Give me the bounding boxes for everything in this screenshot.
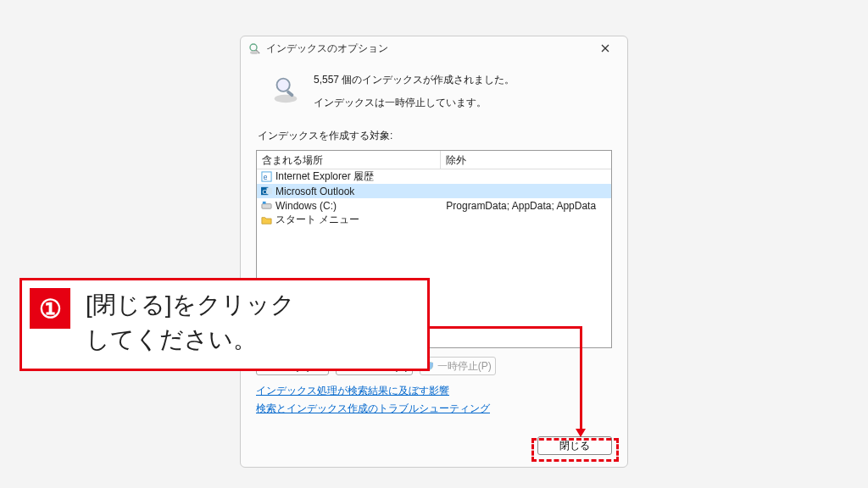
outlook-icon: O — [260, 186, 272, 197]
status-area: 5,557 個のインデックスが作成されました。 インデックスは一時停止しています… — [256, 69, 612, 125]
svg-rect-14 — [262, 202, 265, 204]
indexing-options-dialog: インデックスのオプション 5,557 個のインデックスが作成されました。 インデ… — [240, 36, 628, 468]
row-name: Microsoft Outlook — [275, 186, 354, 197]
titlebar: インデックスのオプション — [241, 36, 627, 61]
row-name: スタート メニュー — [275, 213, 359, 227]
titlebar-close-button[interactable] — [590, 36, 620, 60]
svg-point-6 — [277, 79, 290, 92]
ie-icon: e — [260, 171, 272, 183]
svg-rect-11 — [266, 188, 272, 194]
help-links: インデックス処理が検索結果に及ぼす影響 検索とインデックス作成のトラブルシューテ… — [256, 384, 612, 419]
pause-button: 一時停止(P) — [420, 357, 496, 375]
list-row[interactable]: Windows (C:) ProgramData; AppData; AppDa… — [257, 198, 611, 213]
svg-text:e: e — [263, 173, 267, 181]
column-excluded[interactable]: 除外 — [441, 151, 611, 169]
index-count-text: 5,557 個のインデックスが作成されました。 — [314, 73, 515, 87]
svg-point-0 — [250, 44, 257, 51]
folder-icon — [260, 214, 272, 226]
locations-label: インデックスを作成する対象: — [256, 129, 612, 143]
row-name: Windows (C:) — [275, 200, 337, 212]
dialog-footer: 閉じる — [241, 428, 627, 467]
index-state-text: インデックスは一時停止しています。 — [314, 96, 515, 110]
column-included[interactable]: 含まれる場所 — [257, 151, 441, 169]
svg-point-5 — [275, 95, 298, 103]
dialog-title: インデックスのオプション — [266, 42, 388, 56]
instruction-callout: ① [閉じる]をクリック してください。 — [19, 278, 430, 371]
arrow-segment — [430, 326, 581, 329]
drive-icon — [260, 200, 272, 212]
list-row[interactable]: O Microsoft Outlook — [257, 184, 611, 198]
arrow-segment — [580, 326, 582, 431]
row-excluded: ProgramData; AppData; AppData — [441, 200, 611, 212]
list-row[interactable]: スタート メニュー — [257, 213, 611, 227]
list-header: 含まれる場所 除外 — [257, 151, 611, 169]
list-row[interactable]: e Internet Explorer 履歴 — [257, 169, 611, 184]
row-name: Internet Explorer 履歴 — [275, 169, 374, 184]
indexing-icon — [248, 42, 261, 55]
svg-rect-13 — [261, 204, 270, 209]
link-troubleshoot[interactable]: 検索とインデックス作成のトラブルシューティング — [256, 402, 612, 416]
step-number-badge: ① — [30, 288, 70, 329]
svg-point-2 — [250, 51, 259, 54]
pause-button-label: 一時停止(P) — [437, 359, 492, 374]
instruction-text: [閉じる]をクリック してください。 — [86, 288, 295, 357]
svg-text:O: O — [262, 188, 267, 196]
magnifier-icon — [270, 73, 302, 105]
arrow-head-icon — [576, 429, 586, 437]
link-impact[interactable]: インデックス処理が検索結果に及ぼす影響 — [256, 384, 612, 398]
close-button[interactable]: 閉じる — [537, 436, 612, 455]
dialog-content: 5,557 個のインデックスが作成されました。 インデックスは一時停止しています… — [241, 61, 627, 428]
